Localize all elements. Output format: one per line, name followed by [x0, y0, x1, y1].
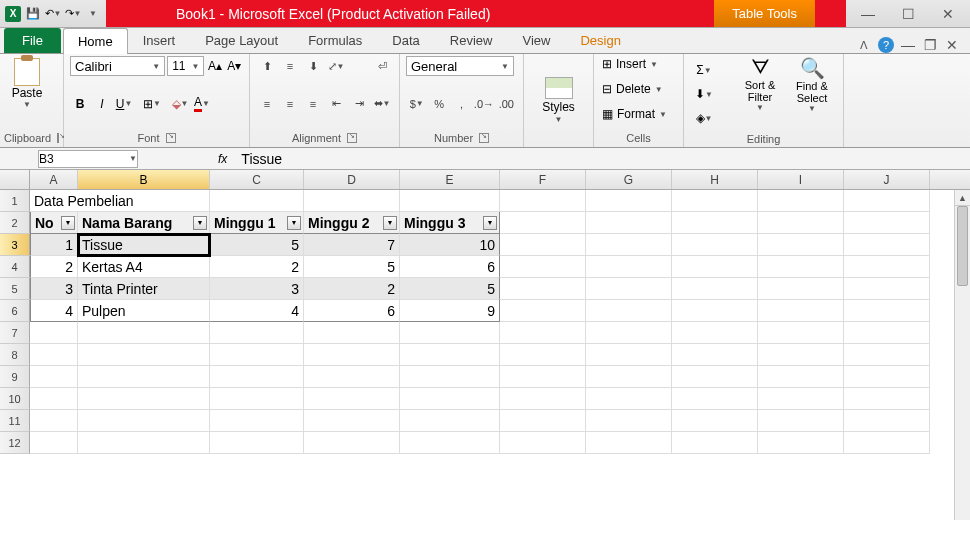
cell-f1[interactable]	[500, 190, 586, 212]
scroll-thumb[interactable]	[957, 206, 968, 286]
cell-h1[interactable]	[672, 190, 758, 212]
cell-d5[interactable]: 2	[304, 278, 400, 300]
cell-e7[interactable]	[400, 322, 500, 344]
cell-d2[interactable]: Minggu 2▼	[304, 212, 400, 234]
font-color-button[interactable]: A▼	[192, 94, 212, 114]
cell-b6[interactable]: Pulpen	[78, 300, 210, 322]
cell-b9[interactable]	[78, 366, 210, 388]
cell-c10[interactable]	[210, 388, 304, 410]
increase-decimal-icon[interactable]: .0→	[473, 94, 494, 114]
cell-h4[interactable]	[672, 256, 758, 278]
borders-button[interactable]: ⊞▼	[142, 94, 162, 114]
col-header-a[interactable]: A	[30, 170, 78, 189]
row-header-10[interactable]: 10	[0, 388, 30, 410]
minimize-button[interactable]: —	[860, 6, 876, 22]
accounting-format-icon[interactable]: $▼	[406, 94, 427, 114]
cell-f5[interactable]	[500, 278, 586, 300]
cell-j1[interactable]	[844, 190, 930, 212]
maximize-button[interactable]: ☐	[900, 6, 916, 22]
tab-file[interactable]: File	[4, 28, 61, 53]
cell-g6[interactable]	[586, 300, 672, 322]
filter-button-m1[interactable]: ▼	[287, 216, 301, 230]
cell-e2[interactable]: Minggu 3▼	[400, 212, 500, 234]
row-header-1[interactable]: 1	[0, 190, 30, 212]
row-header-9[interactable]: 9	[0, 366, 30, 388]
scroll-up-icon[interactable]: ▲	[955, 190, 970, 206]
col-header-h[interactable]: H	[672, 170, 758, 189]
row-header-8[interactable]: 8	[0, 344, 30, 366]
cell-f10[interactable]	[500, 388, 586, 410]
cell-i12[interactable]	[758, 432, 844, 454]
cell-a2[interactable]: No▼	[30, 212, 78, 234]
cell-h11[interactable]	[672, 410, 758, 432]
cell-a7[interactable]	[30, 322, 78, 344]
tab-review[interactable]: Review	[435, 27, 508, 53]
cell-a9[interactable]	[30, 366, 78, 388]
cell-i4[interactable]	[758, 256, 844, 278]
cell-i8[interactable]	[758, 344, 844, 366]
cell-h7[interactable]	[672, 322, 758, 344]
undo-icon[interactable]: ↶▼	[44, 5, 62, 23]
cell-f12[interactable]	[500, 432, 586, 454]
cell-i11[interactable]	[758, 410, 844, 432]
cell-a3[interactable]: 1	[30, 234, 78, 256]
cell-g12[interactable]	[586, 432, 672, 454]
cell-d8[interactable]	[304, 344, 400, 366]
cell-a4[interactable]: 2	[30, 256, 78, 278]
row-header-6[interactable]: 6	[0, 300, 30, 322]
cell-i2[interactable]	[758, 212, 844, 234]
cell-j12[interactable]	[844, 432, 930, 454]
excel-app-icon[interactable]: X	[4, 5, 22, 23]
col-header-g[interactable]: G	[586, 170, 672, 189]
cell-h3[interactable]	[672, 234, 758, 256]
row-header-3[interactable]: 3	[0, 234, 30, 256]
cell-b11[interactable]	[78, 410, 210, 432]
cell-b8[interactable]	[78, 344, 210, 366]
cell-h9[interactable]	[672, 366, 758, 388]
cell-h5[interactable]	[672, 278, 758, 300]
tab-view[interactable]: View	[507, 27, 565, 53]
italic-button[interactable]: I	[92, 94, 112, 114]
cell-i6[interactable]	[758, 300, 844, 322]
find-select-button[interactable]: 🔍 Find & Select▼	[788, 56, 836, 113]
cell-f11[interactable]	[500, 410, 586, 432]
col-header-d[interactable]: D	[304, 170, 400, 189]
cell-a6[interactable]: 4	[30, 300, 78, 322]
contextual-tab-table-tools[interactable]: Table Tools	[714, 0, 816, 27]
fill-icon[interactable]: ⬇▼	[694, 84, 714, 104]
cell-j4[interactable]	[844, 256, 930, 278]
cell-d4[interactable]: 5	[304, 256, 400, 278]
cell-j10[interactable]	[844, 388, 930, 410]
row-header-4[interactable]: 4	[0, 256, 30, 278]
cell-d12[interactable]	[304, 432, 400, 454]
cell-e3[interactable]: 10	[400, 234, 500, 256]
close-button[interactable]: ✕	[940, 6, 956, 22]
filter-button-no[interactable]: ▼	[61, 216, 75, 230]
workbook-restore-icon[interactable]: ❐	[922, 37, 938, 53]
align-top-icon[interactable]: ⬆	[256, 56, 278, 76]
delete-cells-button[interactable]: ⊟Delete▼	[600, 81, 677, 97]
cell-c11[interactable]	[210, 410, 304, 432]
cell-c4[interactable]: 2	[210, 256, 304, 278]
cell-e10[interactable]	[400, 388, 500, 410]
cell-i9[interactable]	[758, 366, 844, 388]
clipboard-launcher[interactable]	[57, 133, 59, 143]
row-header-11[interactable]: 11	[0, 410, 30, 432]
font-size-select[interactable]: 11▼	[167, 56, 204, 76]
align-left-icon[interactable]: ≡	[256, 94, 278, 114]
qat-customize-icon[interactable]: ▼	[84, 5, 102, 23]
vertical-scrollbar[interactable]: ▲	[954, 190, 970, 520]
wrap-text-icon[interactable]: ⏎	[371, 56, 393, 76]
row-header-2[interactable]: 2	[0, 212, 30, 234]
col-header-i[interactable]: I	[758, 170, 844, 189]
number-format-select[interactable]: General▼	[406, 56, 514, 76]
merge-center-icon[interactable]: ⬌▼	[371, 94, 393, 114]
number-launcher[interactable]	[479, 133, 489, 143]
tab-page-layout[interactable]: Page Layout	[190, 27, 293, 53]
select-all-corner[interactable]	[0, 170, 30, 189]
row-header-5[interactable]: 5	[0, 278, 30, 300]
bold-button[interactable]: B	[70, 94, 90, 114]
cell-a5[interactable]: 3	[30, 278, 78, 300]
cell-e12[interactable]	[400, 432, 500, 454]
tab-insert[interactable]: Insert	[128, 27, 191, 53]
